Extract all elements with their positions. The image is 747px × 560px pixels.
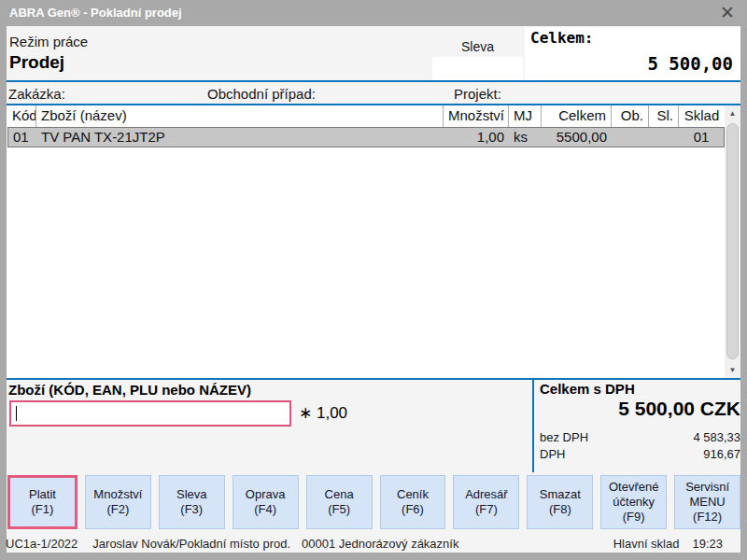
price-list-button[interactable]: Ceník(F6) xyxy=(380,475,446,529)
divider xyxy=(7,80,740,82)
row-cell-celkem: 5500,00 xyxy=(542,128,612,147)
item-entry-input[interactable] xyxy=(9,400,291,427)
total-with-vat-amount: 5 500,00 CZK xyxy=(540,398,740,420)
order-label: Zakázka: xyxy=(8,86,65,102)
work-mode-label: Režim práce xyxy=(9,34,88,49)
project-label: Projekt: xyxy=(454,86,501,102)
without-vat-label: bez DPH xyxy=(540,430,588,447)
service-menu-button[interactable]: Servisní MENU(F12) xyxy=(674,475,740,529)
divider xyxy=(532,380,534,472)
window-title: ABRA Gen® - Pokladní prodej xyxy=(9,6,182,20)
operator-info: Jaroslav Novák/Pokladní místo prod. xyxy=(92,537,290,551)
delete-button[interactable]: Smazat(F8) xyxy=(527,475,593,529)
function-key-bar: Platit(F1) Množství(F2) Sleva(F3) Oprava… xyxy=(7,475,740,529)
pay-button[interactable]: Platit(F1) xyxy=(7,475,78,529)
col-header-nazev: Zboží (název) xyxy=(36,105,444,127)
row-cell-sl xyxy=(649,128,679,147)
open-receipts-button[interactable]: Otevřené účtenky(F9) xyxy=(600,475,667,529)
col-header-kod: Kód xyxy=(7,105,36,127)
multiply-icon: ∗ xyxy=(299,404,312,422)
business-case-label: Obchodní případ: xyxy=(207,86,316,102)
price-button[interactable]: Cena(F5) xyxy=(306,475,373,529)
col-header-ob: Ob. xyxy=(612,105,649,127)
address-book-button[interactable]: Adresář(F7) xyxy=(453,475,519,529)
quantity-button[interactable]: Množství(F2) xyxy=(85,475,151,529)
quantity-multiplier: ∗ 1,00 xyxy=(299,403,347,423)
text-caret xyxy=(16,406,17,421)
item-entry-label: Zboží (KÓD, EAN, PLU nebo NÁZEV) xyxy=(8,382,251,398)
col-header-mnozstvi: Množství xyxy=(444,105,509,127)
vat-row: bez DPH 4 583,33 xyxy=(540,430,740,447)
discount-label: Sleva xyxy=(432,39,523,54)
customer-info: 00001 Jednorázový zákazník xyxy=(302,537,458,551)
col-header-sklad: Sklad xyxy=(679,105,725,127)
scroll-up-icon[interactable]: ▲ xyxy=(725,105,740,121)
document-number: UC1a-1/2022 xyxy=(6,537,78,551)
vat-row: DPH 916,67 xyxy=(540,447,740,464)
divider xyxy=(7,378,740,380)
clock: 19:23 xyxy=(692,537,723,551)
vat-value: 916,67 xyxy=(703,447,740,464)
col-header-sl: Sl. xyxy=(649,105,679,127)
table-row-selected[interactable]: 01 TV PAN TX-21JT2P 1,00 ks 5500,00 01 xyxy=(7,127,725,147)
row-cell-ob xyxy=(612,128,649,147)
vertical-scrollbar[interactable]: ▲ ▼ xyxy=(725,105,740,378)
warehouse-name: Hlavní sklad xyxy=(613,537,680,551)
row-cell-mnozstvi: 1,00 xyxy=(444,128,509,147)
discount-field[interactable] xyxy=(432,57,523,80)
close-icon[interactable]: ✕ xyxy=(720,2,735,24)
discount-button[interactable]: Sleva(F3) xyxy=(159,475,225,529)
without-vat-value: 4 583,33 xyxy=(693,430,740,447)
col-header-mj: MJ xyxy=(509,105,542,127)
total-value: 5 500,00 xyxy=(525,53,733,74)
multiplier-value: 1,00 xyxy=(317,404,347,422)
total-label: Celkem: xyxy=(530,29,593,47)
table-header-row: Kód Zboží (název) Množství MJ Celkem Ob.… xyxy=(7,105,725,127)
scroll-down-icon[interactable]: ▼ xyxy=(725,362,740,378)
title-bar: ABRA Gen® - Pokladní prodej ✕ xyxy=(0,0,747,26)
row-cell-mj: ks xyxy=(509,128,542,147)
work-mode-value: Prodej xyxy=(9,52,64,73)
row-cell-sklad: 01 xyxy=(679,128,724,147)
correction-button[interactable]: Oprava(F4) xyxy=(233,475,299,529)
status-bar: UC1a-1/2022 Jaroslav Novák/Pokladní míst… xyxy=(6,535,723,552)
total-with-vat-label: Celkem s DPH xyxy=(540,381,635,397)
col-header-celkem: Celkem xyxy=(542,105,612,127)
row-cell-nazev: TV PAN TX-21JT2P xyxy=(36,128,444,147)
scrollbar-thumb[interactable] xyxy=(726,123,739,359)
vat-label: DPH xyxy=(540,447,565,464)
row-cell-kod: 01 xyxy=(8,128,36,147)
